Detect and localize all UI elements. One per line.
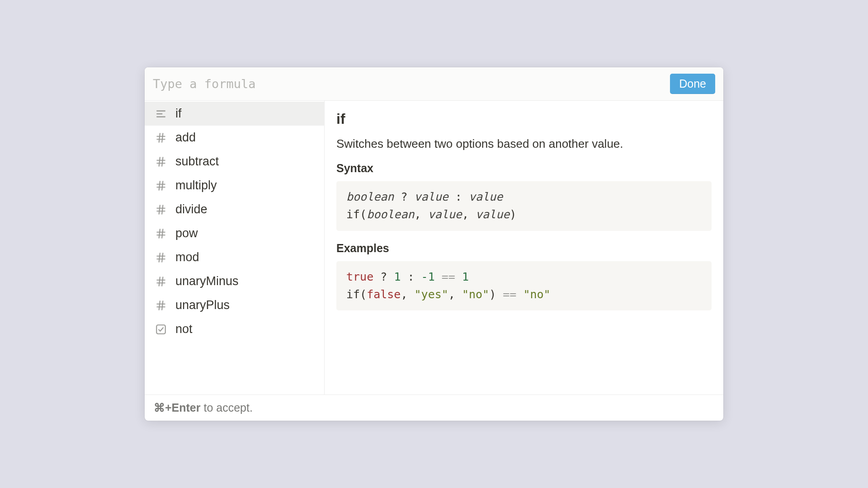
list-item[interactable]: pow (145, 221, 324, 245)
svg-line-14 (162, 181, 163, 190)
svg-line-13 (159, 181, 160, 190)
list-item[interactable]: mod (145, 245, 324, 269)
list-item-label: pow (175, 226, 198, 240)
svg-line-26 (162, 253, 163, 262)
detail-title: if (336, 111, 712, 127)
number-icon (155, 251, 167, 264)
list-item[interactable]: subtract (145, 150, 324, 174)
text-icon (155, 108, 167, 120)
number-icon (155, 227, 167, 240)
syntax-heading: Syntax (336, 162, 712, 175)
svg-line-34 (162, 301, 163, 310)
svg-line-18 (162, 205, 163, 214)
list-item[interactable]: not (145, 317, 324, 341)
number-icon (155, 155, 167, 168)
number-icon (155, 131, 167, 144)
list-item[interactable]: add (145, 126, 324, 150)
svg-line-29 (159, 277, 160, 286)
list-item-label: add (175, 131, 196, 145)
modal-header: Done (145, 67, 723, 101)
examples-code: true ? 1 : -1 == 1 if(false, "yes", "no"… (336, 261, 712, 311)
number-icon (155, 275, 167, 288)
number-icon (155, 179, 167, 192)
list-item-label: multiply (175, 178, 217, 192)
svg-line-5 (159, 133, 160, 142)
number-icon (155, 203, 167, 216)
list-item-label: not (175, 322, 193, 336)
modal-footer: ⌘+Enter to accept. (145, 394, 723, 421)
function-detail: if Switches between two options based on… (325, 101, 723, 394)
shortcut-rest: to accept. (201, 401, 253, 414)
modal-body: ifaddsubtractmultiplydividepowmodunaryMi… (145, 101, 723, 394)
svg-line-22 (162, 229, 163, 238)
examples-heading: Examples (336, 242, 712, 255)
done-button[interactable]: Done (670, 74, 715, 94)
svg-line-21 (159, 229, 160, 238)
svg-rect-35 (156, 325, 165, 334)
function-list[interactable]: ifaddsubtractmultiplydividepowmodunaryMi… (145, 101, 325, 394)
shortcut-hint: ⌘+Enter (154, 401, 201, 414)
list-item[interactable]: unaryPlus (145, 293, 324, 317)
list-item[interactable]: unaryMinus (145, 269, 324, 293)
list-item[interactable]: if (145, 102, 324, 126)
list-item-label: mod (175, 250, 199, 264)
list-item-label: subtract (175, 155, 219, 169)
number-icon (155, 299, 167, 312)
svg-line-9 (159, 157, 160, 166)
list-item[interactable]: divide (145, 197, 324, 221)
detail-description: Switches between two options based on an… (336, 136, 712, 152)
svg-line-6 (162, 133, 163, 142)
svg-line-25 (159, 253, 160, 262)
svg-line-30 (162, 277, 163, 286)
svg-line-17 (159, 205, 160, 214)
list-item-label: unaryMinus (175, 274, 239, 288)
list-item-label: if (175, 107, 182, 121)
syntax-code: boolean ? value : value if(boolean, valu… (336, 181, 712, 231)
check-icon (155, 323, 167, 336)
svg-line-10 (162, 157, 163, 166)
list-item-label: divide (175, 202, 208, 216)
formula-modal: Done ifaddsubtractmultiplydividepowmodun… (145, 67, 723, 421)
formula-input[interactable] (153, 77, 670, 91)
list-item-label: unaryPlus (175, 298, 230, 312)
svg-line-33 (159, 301, 160, 310)
list-item[interactable]: multiply (145, 174, 324, 197)
